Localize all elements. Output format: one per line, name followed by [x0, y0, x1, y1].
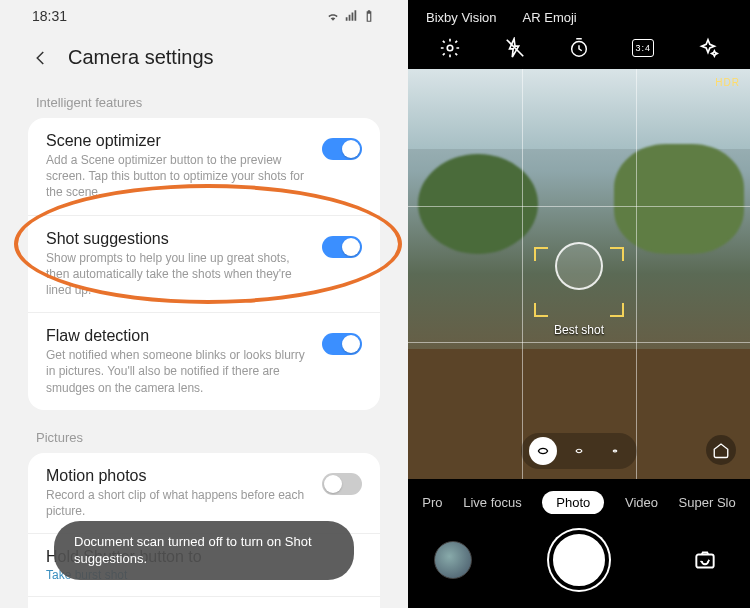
hdr-badge: HDR — [715, 77, 740, 88]
flaw-detection-desc: Get notified when someone blinks or look… — [46, 347, 310, 396]
signal-icon — [344, 9, 358, 23]
scene-optimizer-desc: Add a Scene optimizer button to the prev… — [46, 152, 310, 201]
page-title: Camera settings — [68, 46, 214, 69]
bixby-vision-link[interactable]: Bixby Vision — [426, 10, 497, 25]
scene-optimizer-title: Scene optimizer — [46, 132, 310, 150]
svg-rect-3 — [696, 555, 713, 568]
motion-photos-toggle[interactable] — [322, 473, 362, 495]
settings-header: Camera settings — [28, 28, 380, 75]
status-bar: 18:31 — [28, 0, 380, 28]
scene-optimizer-toggle[interactable] — [322, 138, 362, 160]
grid-line — [408, 342, 750, 343]
setting-save-options[interactable]: Save options Choose formats for saved pi… — [28, 597, 380, 608]
status-time: 18:31 — [32, 8, 67, 24]
scene-window — [408, 69, 750, 149]
mode-pro[interactable]: Pro — [422, 495, 442, 510]
camera-viewfinder[interactable]: HDR Best shot — [408, 69, 750, 479]
toast-message: Document scan turned off to turn on Shot… — [54, 521, 354, 580]
lens-ultrawide-button[interactable] — [529, 437, 557, 465]
ar-emoji-link[interactable]: AR Emoji — [523, 10, 577, 25]
mode-photo[interactable]: Photo — [542, 491, 604, 514]
motion-photos-title: Motion photos — [46, 467, 310, 485]
grid-line — [522, 69, 523, 479]
shutter-row — [408, 522, 750, 608]
timer-off-icon[interactable] — [568, 37, 590, 59]
back-icon[interactable] — [32, 49, 50, 67]
flaw-detection-title: Flaw detection — [46, 327, 310, 345]
settings-screen: 18:31 Camera settings Intelligent featur… — [0, 0, 408, 608]
mode-super-slo[interactable]: Super Slo — [679, 495, 736, 510]
status-icons — [326, 9, 376, 23]
gallery-thumbnail[interactable] — [434, 541, 472, 579]
mode-video[interactable]: Video — [625, 495, 658, 510]
setting-shot-suggestions[interactable]: Shot suggestions Show prompts to help yo… — [28, 216, 380, 314]
lens-wide-button[interactable] — [565, 437, 593, 465]
battery-icon — [362, 9, 376, 23]
shot-suggestions-title: Shot suggestions — [46, 230, 310, 248]
setting-scene-optimizer[interactable]: Scene optimizer Add a Scene optimizer bu… — [28, 118, 380, 216]
flash-off-icon[interactable] — [504, 37, 526, 59]
scene-optimizer-icon[interactable] — [706, 435, 736, 465]
section-pictures: Pictures — [28, 410, 380, 453]
camera-mode-row: Pro Live focus Photo Video Super Slo — [408, 479, 750, 522]
settings-gear-icon[interactable] — [439, 37, 461, 59]
filters-icon[interactable] — [697, 37, 719, 59]
switch-camera-button[interactable] — [686, 541, 724, 579]
mode-live-focus[interactable]: Live focus — [463, 495, 522, 510]
best-shot-label: Best shot — [554, 323, 604, 337]
section-intelligent-features: Intelligent features — [28, 75, 380, 118]
lens-selector — [521, 433, 637, 469]
setting-flaw-detection[interactable]: Flaw detection Get notified when someone… — [28, 313, 380, 410]
best-shot-brackets — [534, 247, 624, 317]
svg-point-0 — [447, 45, 453, 51]
grid-line — [408, 206, 750, 207]
aspect-ratio-button[interactable]: 3:4 — [632, 37, 654, 59]
grid-line — [636, 69, 637, 479]
scene-plant — [614, 144, 744, 254]
lens-tele-button[interactable] — [601, 437, 629, 465]
wifi-icon — [326, 9, 340, 23]
shot-suggestions-toggle[interactable] — [322, 236, 362, 258]
motion-photos-desc: Record a short clip of what happens befo… — [46, 487, 310, 519]
scene-plant — [418, 154, 538, 254]
shutter-button[interactable] — [549, 530, 609, 590]
camera-icon-row: 3:4 — [408, 31, 750, 69]
camera-top-links: Bixby Vision AR Emoji — [408, 0, 750, 31]
flaw-detection-toggle[interactable] — [322, 333, 362, 355]
intelligent-features-card: Scene optimizer Add a Scene optimizer bu… — [28, 118, 380, 410]
shot-suggestions-desc: Show prompts to help you line up great s… — [46, 250, 310, 299]
camera-screen: Bixby Vision AR Emoji 3:4 HDR — [408, 0, 750, 608]
